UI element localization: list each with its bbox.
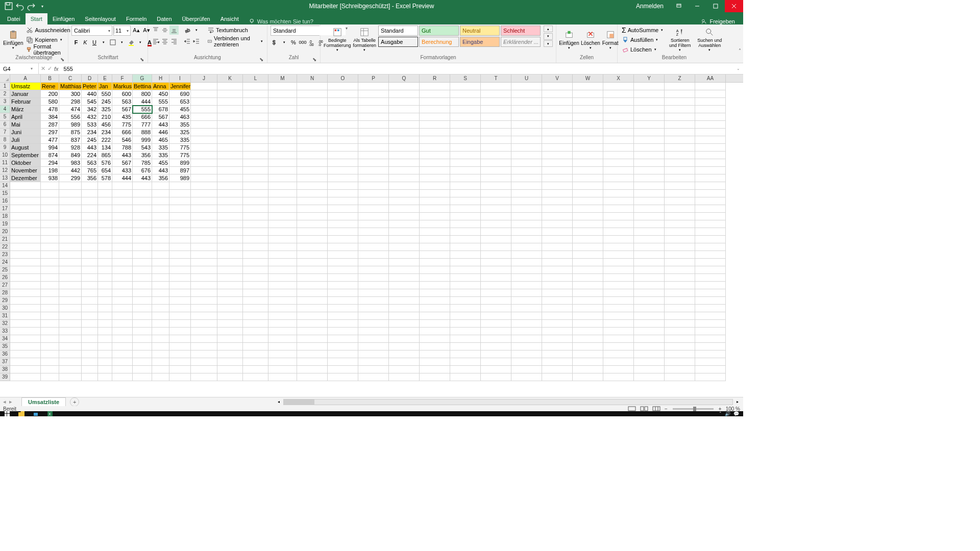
cell[interactable] <box>420 220 450 228</box>
row-header[interactable]: 9 <box>0 144 10 152</box>
cell[interactable]: 356 <box>133 152 152 159</box>
cell[interactable] <box>191 259 217 266</box>
style-neutral[interactable]: Neutral <box>460 26 500 36</box>
cell[interactable]: November <box>10 167 41 174</box>
cell[interactable] <box>542 152 573 159</box>
cell[interactable] <box>420 366 450 373</box>
cell[interactable] <box>481 167 511 174</box>
cell[interactable] <box>243 297 268 305</box>
cell[interactable]: 210 <box>98 113 112 121</box>
cell[interactable] <box>695 220 726 228</box>
cell[interactable] <box>511 113 542 121</box>
cell[interactable] <box>243 90 268 98</box>
cell[interactable] <box>634 350 665 358</box>
cell[interactable] <box>328 113 358 121</box>
row-header[interactable]: 16 <box>0 197 10 205</box>
cell[interactable] <box>542 190 573 197</box>
row-header[interactable]: 30 <box>0 305 10 312</box>
cell[interactable]: 446 <box>152 129 169 136</box>
cell[interactable]: 788 <box>112 144 133 152</box>
cell[interactable] <box>297 190 328 197</box>
row-header[interactable]: 20 <box>0 228 10 236</box>
cell[interactable] <box>603 106 634 113</box>
cell[interactable] <box>169 289 191 297</box>
cell[interactable] <box>328 251 358 259</box>
row-header[interactable]: 8 <box>0 136 10 144</box>
cell[interactable] <box>152 305 169 312</box>
cell[interactable]: 983 <box>59 159 82 167</box>
cell[interactable] <box>511 266 542 274</box>
cell[interactable] <box>511 289 542 297</box>
cell[interactable] <box>603 113 634 121</box>
cell[interactable] <box>169 366 191 373</box>
cell[interactable] <box>542 129 573 136</box>
cell[interactable] <box>358 129 389 136</box>
col-header[interactable]: W <box>573 74 603 82</box>
cell[interactable] <box>297 259 328 266</box>
cell[interactable] <box>695 243 726 251</box>
cell[interactable]: 546 <box>112 136 133 144</box>
cell[interactable] <box>59 251 82 259</box>
cell[interactable] <box>603 266 634 274</box>
cell[interactable] <box>191 190 217 197</box>
cell[interactable]: 580 <box>41 98 59 106</box>
cell[interactable] <box>243 366 268 373</box>
cell[interactable] <box>542 297 573 305</box>
cell[interactable] <box>695 305 726 312</box>
cell[interactable] <box>191 373 217 381</box>
cell[interactable] <box>243 236 268 243</box>
cell[interactable] <box>41 205 59 213</box>
cell[interactable] <box>603 343 634 350</box>
store-icon[interactable] <box>29 411 43 416</box>
row-header[interactable]: 32 <box>0 320 10 328</box>
cell[interactable]: 234 <box>98 129 112 136</box>
cell[interactable] <box>217 251 243 259</box>
cell[interactable] <box>59 205 82 213</box>
cell[interactable] <box>481 243 511 251</box>
cell[interactable]: Jan <box>98 83 112 90</box>
cell[interactable] <box>542 343 573 350</box>
cell[interactable] <box>665 167 695 174</box>
qat-customize-icon[interactable]: ▾ <box>38 2 47 11</box>
cell[interactable] <box>217 197 243 205</box>
cell[interactable] <box>328 121 358 129</box>
cell[interactable] <box>112 274 133 282</box>
cell[interactable] <box>328 358 358 366</box>
cell[interactable] <box>217 259 243 266</box>
cell[interactable] <box>297 121 328 129</box>
cell[interactable] <box>450 136 481 144</box>
cell[interactable] <box>511 343 542 350</box>
cell[interactable]: 600 <box>112 90 133 98</box>
cell[interactable] <box>41 236 59 243</box>
cell[interactable] <box>297 83 328 90</box>
cell[interactable] <box>481 282 511 289</box>
cell[interactable] <box>243 129 268 136</box>
cell[interactable] <box>634 228 665 236</box>
cell[interactable] <box>112 297 133 305</box>
cell[interactable] <box>98 205 112 213</box>
cell[interactable]: Oktober <box>10 159 41 167</box>
cell[interactable] <box>695 159 726 167</box>
tray-up-icon[interactable]: ˄ <box>719 411 722 416</box>
col-header[interactable]: I <box>169 74 191 82</box>
cell[interactable] <box>112 205 133 213</box>
col-header[interactable]: K <box>217 74 243 82</box>
cell[interactable] <box>665 305 695 312</box>
cell[interactable] <box>297 90 328 98</box>
cell[interactable] <box>542 83 573 90</box>
cell[interactable] <box>420 228 450 236</box>
cell[interactable] <box>41 251 59 259</box>
cell[interactable] <box>603 289 634 297</box>
cell[interactable] <box>328 182 358 190</box>
cell[interactable]: Anna <box>152 83 169 90</box>
cell[interactable] <box>98 289 112 297</box>
cell[interactable] <box>511 106 542 113</box>
cell[interactable] <box>112 190 133 197</box>
cell[interactable] <box>59 335 82 343</box>
cell[interactable] <box>112 197 133 205</box>
cell[interactable] <box>98 328 112 335</box>
cell[interactable] <box>665 136 695 144</box>
cell[interactable] <box>389 251 420 259</box>
cell[interactable] <box>450 358 481 366</box>
cell[interactable]: 432 <box>82 113 98 121</box>
